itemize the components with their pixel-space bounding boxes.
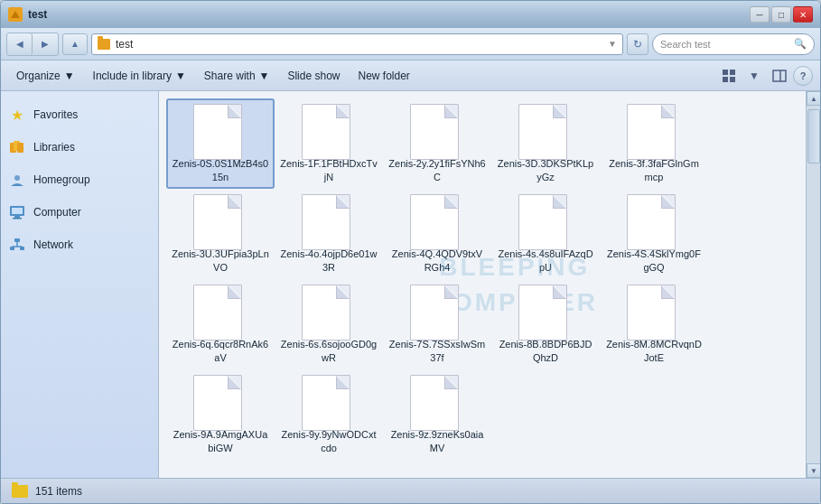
search-box[interactable]: Search test 🔍 (652, 33, 815, 55)
toolbar: Organize ▼ Include in library ▼ Share wi… (1, 61, 820, 91)
computer-icon (8, 203, 26, 221)
scrollbar-track (807, 106, 820, 463)
file-icon (518, 104, 573, 154)
favorites-icon: ★ (8, 106, 26, 124)
include-label: Include in library (93, 70, 172, 82)
file-item[interactable]: Zenis-7S.7SSxsIwSm37f (383, 279, 491, 369)
search-placeholder: Search test (660, 39, 794, 50)
file-item[interactable]: Zenis-3f.3faFGlnGmmcp (600, 98, 708, 189)
file-item[interactable]: Zenis-0S.0S1MzB4s015n (166, 98, 275, 189)
svg-rect-13 (13, 218, 22, 219)
file-icon (410, 104, 464, 154)
file-item[interactable]: Zenis-4o.4ojpD6e01w3R (275, 189, 383, 279)
share-with-button[interactable]: Share with ▼ (196, 64, 278, 88)
file-item[interactable]: Zenis-9y.9yNwODCxtcdo (275, 369, 383, 460)
file-page-icon (193, 194, 242, 250)
sidebar-item-favorites[interactable]: ★ Favorites (1, 98, 158, 131)
scrollbar-up-button[interactable]: ▲ (807, 91, 820, 106)
sidebar: ★ Favorites Libraries (1, 91, 159, 478)
scrollbar-down-button[interactable]: ▼ (807, 463, 820, 478)
close-button[interactable]: ✕ (793, 6, 813, 23)
file-icon (518, 194, 573, 244)
file-name: Zenis-0S.0S1MzB4s015n (172, 157, 269, 183)
file-icon (193, 104, 247, 154)
file-item[interactable]: Zenis-1F.1FBtHDxcTvjN (275, 98, 383, 189)
svg-rect-11 (12, 208, 23, 214)
search-icon[interactable]: 🔍 (794, 38, 807, 50)
preview-pane-button[interactable] (768, 64, 791, 88)
file-item[interactable]: Zenis-3U.3UFpia3pLnVO (166, 189, 275, 279)
file-icon (410, 285, 464, 334)
file-item[interactable]: Zenis-6s.6sojooGD0gwR (275, 279, 383, 369)
forward-button[interactable]: ▶ (33, 33, 58, 55)
new-folder-button[interactable]: New folder (350, 64, 417, 88)
file-item[interactable]: Zenis-8B.8BDP6BJDQhzD (491, 279, 600, 369)
maximize-button[interactable]: □ (771, 6, 791, 23)
file-page-icon (302, 104, 350, 160)
file-icon (627, 104, 681, 154)
file-item[interactable]: Zenis-8M.8MCRvqnDJotE (600, 279, 708, 369)
organize-button[interactable]: Organize ▼ (8, 64, 83, 88)
view-options-button[interactable] (717, 64, 741, 88)
file-icon (193, 285, 247, 334)
up-button[interactable]: ▲ (62, 33, 88, 55)
view-dropdown-button[interactable]: ▼ (742, 64, 766, 88)
titlebar-buttons: ─ □ ✕ (750, 6, 813, 23)
file-name: Zenis-6s.6sojooGD0gwR (280, 338, 378, 364)
file-item[interactable]: Zenis-4s.4s8uIFAzqDpU (491, 189, 600, 279)
file-name: Zenis-4Q.4QDV9txVRGh4 (388, 247, 486, 274)
back-button[interactable]: ◀ (7, 33, 33, 55)
file-icon (302, 285, 356, 334)
sidebar-item-homegroup[interactable]: Homegroup (1, 163, 158, 196)
file-item[interactable]: Zenis-2y.2y1fiFsYNh6C (383, 98, 491, 189)
file-icon (410, 375, 464, 425)
nav-button-group: ◀ ▶ (6, 33, 59, 56)
refresh-button[interactable]: ↻ (627, 33, 648, 55)
sidebar-item-network[interactable]: Network (1, 229, 158, 261)
file-page-icon (410, 285, 459, 341)
svg-rect-8 (17, 143, 23, 153)
help-button[interactable]: ? (793, 66, 813, 86)
status-item-count: 151 items (35, 485, 82, 498)
share-chevron: ▼ (259, 70, 270, 82)
file-item[interactable]: Zenis-9z.9zneKs0aiaMV (383, 369, 491, 460)
svg-point-9 (14, 175, 20, 181)
new-folder-label: New folder (358, 70, 409, 82)
address-folder-icon (98, 39, 110, 50)
file-grid: Zenis-0S.0S1MzB4s015n Zenis-1F.1FBtHDxcT… (159, 91, 806, 478)
file-page-icon (302, 194, 350, 250)
titlebar-title: test (28, 8, 750, 21)
file-page-icon (627, 194, 676, 250)
address-path[interactable]: test ▼ (91, 33, 623, 55)
file-name: Zenis-4o.4ojpD6e01w3R (280, 247, 378, 274)
file-page-icon (410, 375, 459, 431)
file-item[interactable]: Zenis-6q.6qcr8RnAk6aV (166, 279, 275, 369)
network-icon (8, 236, 26, 254)
svg-rect-14 (14, 238, 20, 242)
file-icon (302, 375, 356, 425)
sidebar-label-homegroup: Homegroup (33, 173, 90, 186)
organize-chevron: ▼ (64, 70, 75, 82)
file-item[interactable]: Zenis-3D.3DKSPtKLpyGz (491, 98, 600, 189)
file-item[interactable]: Zenis-4Q.4QDV9txVRGh4 (383, 189, 491, 279)
window: test ─ □ ✕ ◀ ▶ ▲ test ▼ ↻ Search test 🔍 … (0, 0, 821, 504)
include-chevron: ▼ (175, 70, 186, 82)
main-area: ★ Favorites Libraries (1, 91, 820, 478)
file-icon (518, 285, 573, 334)
file-item[interactable]: Zenis-9A.9AmgAXUabiGW (166, 369, 275, 460)
file-page-icon (410, 104, 459, 160)
svg-rect-12 (14, 216, 20, 218)
slideshow-button[interactable]: Slide show (279, 64, 348, 88)
statusbar: 151 items (1, 478, 820, 503)
scrollbar-thumb[interactable] (807, 109, 820, 163)
sidebar-item-computer[interactable]: Computer (1, 196, 158, 229)
include-in-library-button[interactable]: Include in library ▼ (85, 64, 194, 88)
sidebar-item-libraries[interactable]: Libraries (1, 131, 158, 163)
file-page-icon (193, 104, 242, 160)
file-name: Zenis-3U.3UFpia3pLnVO (172, 247, 269, 274)
sidebar-label-libraries: Libraries (33, 141, 75, 154)
minimize-button[interactable]: ─ (750, 6, 770, 23)
file-name: Zenis-9A.9AmgAXUabiGW (172, 428, 269, 454)
file-item[interactable]: Zenis-4S.4SklYmg0FgGQ (600, 189, 708, 279)
file-icon (302, 104, 356, 154)
